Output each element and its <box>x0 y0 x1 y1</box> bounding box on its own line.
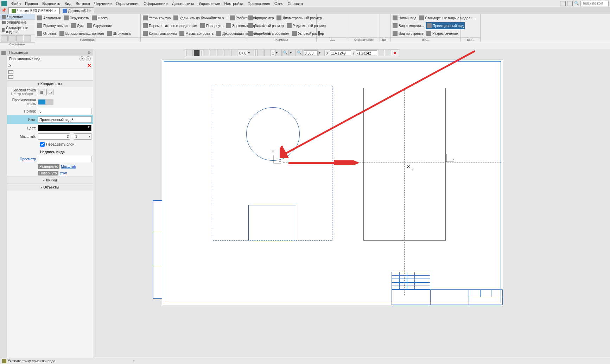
group-coordinates[interactable]: Координаты <box>7 81 93 87</box>
mini-icon[interactable] <box>8 75 13 79</box>
btn-segment[interactable]: Отрезок <box>36 30 58 37</box>
mode-manage[interactable]: Управление <box>0 20 35 25</box>
x-input[interactable] <box>330 50 351 56</box>
btn-fillet[interactable]: Скругление <box>86 22 113 29</box>
menu-settings[interactable]: Настройка <box>222 1 246 6</box>
scale-link[interactable]: Масштаб <box>61 165 76 168</box>
open-icon[interactable] <box>8 35 15 41</box>
menu-format[interactable]: Оформление <box>141 1 170 6</box>
help-icon[interactable]: ? <box>80 56 84 61</box>
btn-diamdim[interactable]: Диаметральный размер <box>275 14 323 21</box>
close-icon[interactable]: ✕ <box>87 63 91 68</box>
btn-lindim[interactable]: Линейный размер <box>247 22 285 29</box>
btn-projectionview[interactable]: Проекционный вид <box>426 22 465 29</box>
group-lines[interactable]: Линии <box>7 177 93 184</box>
btn-move[interactable]: Переместить по координатам <box>142 22 198 29</box>
btn-auxline[interactable]: Вспомогатель... прямая <box>58 30 105 37</box>
save-icon[interactable] <box>16 35 23 41</box>
zoom-out-icon[interactable]: 🔍 <box>282 50 289 56</box>
btn-trim[interactable]: Усечь кривую <box>142 14 172 21</box>
btn-chamfer[interactable]: Фаска <box>91 14 109 21</box>
dropdown-icon[interactable]: ▾ <box>275 50 282 56</box>
drawing-canvas[interactable]: Y X x ✕↯ <box>93 49 610 357</box>
menu-insert[interactable]: Вставка <box>74 1 92 6</box>
status-close-icon[interactable]: × <box>133 359 135 363</box>
formula-bar[interactable]: fx ✕ <box>7 62 93 69</box>
vtab-icon[interactable] <box>0 49 7 56</box>
menu-select[interactable]: Выделить <box>40 1 62 6</box>
btn-brokendim[interactable]: Линейный с обрывом <box>247 30 290 37</box>
print-icon[interactable] <box>24 35 31 41</box>
btn-scale[interactable]: Масштабировать <box>178 30 215 37</box>
pin-icon[interactable]: 📌 <box>1 8 7 14</box>
grid-icon[interactable] <box>224 50 230 56</box>
name-input[interactable] <box>38 116 91 123</box>
tool-icon[interactable] <box>203 50 209 56</box>
btn-section[interactable]: Разрез/сечение <box>425 30 459 37</box>
window-maximize-icon[interactable] <box>567 1 573 6</box>
menu-file[interactable]: Файл <box>9 1 23 6</box>
tool-icon[interactable] <box>210 50 216 56</box>
btn-modelview[interactable]: Вид с модели... <box>392 22 425 29</box>
mode-stdparts[interactable]: Стандартные изделия <box>0 25 35 34</box>
text-icon[interactable]: T <box>318 31 320 36</box>
zoom-in-icon[interactable]: 🔍 <box>297 50 303 56</box>
angle-link[interactable]: Угол <box>60 171 67 175</box>
btn-circle[interactable]: Окружность <box>63 14 90 21</box>
menu-diagnostics[interactable]: Диагностика <box>170 1 197 6</box>
list-icon[interactable]: ≡ <box>86 56 91 61</box>
btn-copy[interactable]: Копия указанием <box>142 30 178 37</box>
menu-help[interactable]: Справка <box>286 1 305 6</box>
scale-input[interactable] <box>304 50 318 56</box>
btn-newview[interactable]: Новый вид <box>392 14 417 21</box>
gear-icon[interactable]: ⚙ <box>88 51 91 55</box>
pencil-icon[interactable] <box>193 50 200 56</box>
menu-edit[interactable]: Правка <box>23 1 40 6</box>
menu-apps[interactable]: Приложения <box>246 1 272 6</box>
scale-denom-select[interactable]: 1 <box>74 133 91 140</box>
mode-drawing[interactable]: Черчение <box>0 14 35 20</box>
btn-extend[interactable]: Удлинить до ближайшего о... <box>172 14 228 21</box>
btn-rotate[interactable]: Повернуть <box>199 22 224 29</box>
btn-autoline[interactable]: Автолиния <box>36 14 62 21</box>
cancel-icon[interactable]: ✕ <box>392 51 398 56</box>
color-select[interactable] <box>38 125 91 131</box>
btn-autodim[interactable]: Авторазмер <box>247 14 275 21</box>
number-input[interactable] <box>38 108 91 114</box>
menu-window[interactable]: Окно <box>272 1 286 6</box>
menu-view[interactable]: Вид <box>62 1 74 6</box>
group-objects[interactable]: Объекты <box>7 184 93 191</box>
dropdown-icon[interactable]: ▾ <box>290 50 296 56</box>
tab-drawing[interactable]: Чертеж БЕЗ ИМЕНИ4 × <box>8 7 59 14</box>
tool-icon[interactable] <box>186 50 193 56</box>
tool-icon[interactable] <box>264 50 271 56</box>
btn-arrowview[interactable]: Вид по стрелке <box>392 30 425 37</box>
projection-toggle[interactable] <box>38 99 53 105</box>
tab-close-icon[interactable]: × <box>89 9 91 13</box>
menu-drawing[interactable]: Черчение <box>92 1 114 6</box>
y-input[interactable] <box>356 50 377 56</box>
window-restore-icon[interactable] <box>560 1 566 6</box>
view-projection[interactable] <box>363 88 446 241</box>
tool-icon[interactable] <box>257 50 263 56</box>
tool-icon[interactable] <box>217 50 223 56</box>
tool-icon[interactable] <box>385 50 391 56</box>
menu-manage[interactable]: Управление <box>196 1 222 6</box>
tab-part[interactable]: Деталь.m3d × <box>59 7 94 14</box>
tool-icon[interactable] <box>378 50 384 56</box>
dropdown-icon[interactable]: ▾ <box>318 50 325 56</box>
layers-checkbox[interactable] <box>40 142 45 147</box>
new-icon[interactable] <box>1 35 8 41</box>
tab-close-icon[interactable]: × <box>54 9 56 13</box>
tool-icon[interactable] <box>231 50 237 56</box>
mini-icon[interactable] <box>8 70 13 74</box>
btn-hatch[interactable]: Штриховка <box>106 30 132 37</box>
btn-arc[interactable]: Дуга <box>70 22 85 29</box>
btn-rect[interactable]: Прямоугольник <box>36 22 69 29</box>
dropdown-icon[interactable]: ▾ <box>248 50 254 56</box>
caption-input[interactable] <box>38 156 91 162</box>
search-input[interactable] <box>580 1 609 6</box>
basepoint-center-icon[interactable]: ▦ <box>38 89 45 95</box>
scale-num-input[interactable] <box>38 133 70 140</box>
preview-link[interactable]: Просмотр <box>20 157 36 161</box>
